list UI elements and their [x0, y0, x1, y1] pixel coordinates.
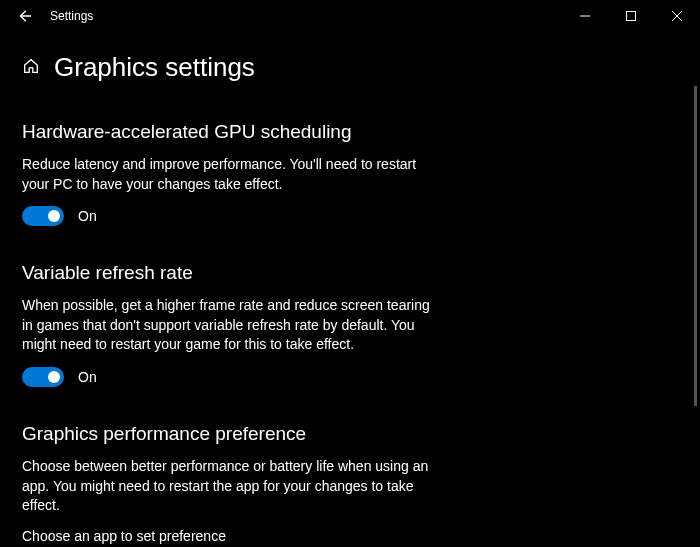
section-variable-refresh: Variable refresh rate When possible, get…: [22, 262, 678, 387]
arrow-left-icon: [17, 9, 31, 23]
app-title: Settings: [50, 9, 93, 23]
close-button[interactable]: [654, 0, 700, 32]
svg-rect-0: [627, 12, 636, 21]
vertical-scrollbar[interactable]: [694, 86, 697, 406]
window-controls: [562, 0, 700, 32]
section-title-vrr: Variable refresh rate: [22, 262, 678, 284]
section-desc-gpu: Reduce latency and improve performance. …: [22, 155, 442, 194]
back-button[interactable]: [4, 0, 44, 32]
toggle-knob: [48, 371, 60, 383]
maximize-button[interactable]: [608, 0, 654, 32]
toggle-row-gpu: On: [22, 206, 678, 226]
home-icon[interactable]: [22, 57, 40, 79]
page-header: Graphics settings: [22, 52, 678, 83]
section-desc-vrr: When possible, get a higher frame rate a…: [22, 296, 442, 355]
titlebar: Settings: [0, 0, 700, 32]
toggle-label-vrr: On: [78, 369, 97, 385]
toggle-knob: [48, 210, 60, 222]
section-gpu-scheduling: Hardware-accelerated GPU scheduling Redu…: [22, 121, 678, 226]
minimize-icon: [580, 11, 590, 21]
page-title: Graphics settings: [54, 52, 255, 83]
section-performance-preference: Graphics performance preference Choose b…: [22, 423, 678, 547]
toggle-row-vrr: On: [22, 367, 678, 387]
toggle-gpu-scheduling[interactable]: [22, 206, 64, 226]
section-title-gpu: Hardware-accelerated GPU scheduling: [22, 121, 678, 143]
section-desc-perf: Choose between better performance or bat…: [22, 457, 442, 516]
section-title-perf: Graphics performance preference: [22, 423, 678, 445]
minimize-button[interactable]: [562, 0, 608, 32]
toggle-label-gpu: On: [78, 208, 97, 224]
maximize-icon: [626, 11, 636, 21]
field-label-app-select: Choose an app to set preference: [22, 528, 678, 544]
close-icon: [672, 11, 682, 21]
toggle-variable-refresh[interactable]: [22, 367, 64, 387]
content-area: Graphics settings Hardware-accelerated G…: [0, 32, 700, 547]
